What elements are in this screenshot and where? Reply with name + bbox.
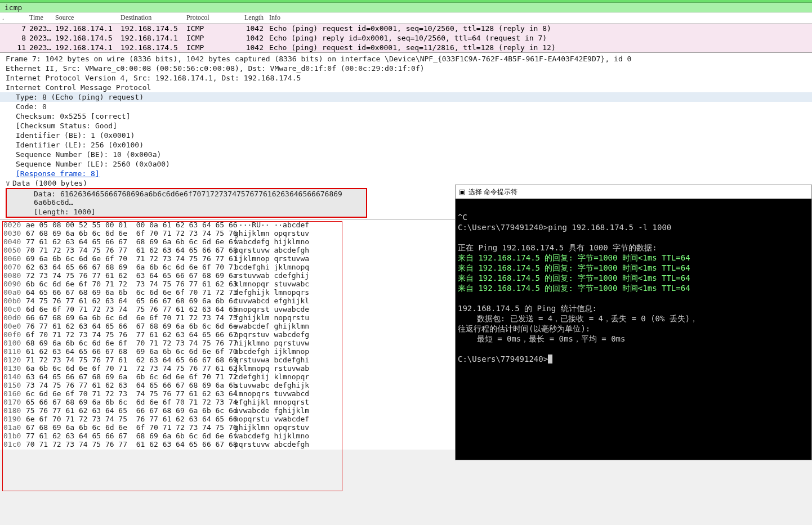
- cell-info: Echo (ping) request id=0x0001, seq=10/25…: [267, 24, 812, 33]
- display-filter-input[interactable]: [5, 3, 117, 12]
- hex-ascii: vwabcdef ghijklmn: [234, 322, 330, 330]
- hex-ascii: hijklmno pqrstuvw: [234, 339, 330, 347]
- hex-bytes: 61 62 63 64 65 66 67 68 69 6a 6b 6c 6d 6…: [26, 347, 234, 356]
- hex-bytes: 6b 6c 6d 6e 6f 70 71 72 73 74 75 76 77 6…: [26, 280, 234, 288]
- hex-offset: 0150: [3, 381, 26, 389]
- hex-ascii: efghijkl mnopqrst: [234, 398, 330, 406]
- hex-offset: 01c0: [3, 440, 26, 448]
- cmd-output[interactable]: ^C C:\Users\779491240>ping 192.168.174.5…: [456, 199, 811, 378]
- hex-offset: 00e0: [3, 322, 26, 330]
- cell-time: 2023…: [29, 43, 55, 52]
- hex-ascii: rstuvwab cdefghij: [234, 271, 330, 280]
- hex-ascii: pqrstuvw abcdefgh: [234, 246, 330, 254]
- display-filter-bar[interactable]: [0, 2, 812, 12]
- hex-offset: 0100: [3, 339, 26, 347]
- hex-offset: 00d0: [3, 313, 26, 322]
- hex-offset: 0090: [3, 280, 26, 288]
- detail-seq-le[interactable]: Sequence Number (LE): 2560 (0x0a00): [0, 159, 812, 169]
- detail-checksum[interactable]: Checksum: 0x5255 [correct]: [0, 111, 812, 121]
- detail-type[interactable]: Type: 8 (Echo (ping) request): [0, 92, 812, 102]
- hex-offset: 0140: [3, 373, 26, 381]
- detail-id-be[interactable]: Identifier (BE): 1 (0x0001): [0, 131, 812, 140]
- hex-bytes: 68 69 6a 6b 6c 6d 6e 6f 70 71 72 73 74 7…: [26, 339, 234, 347]
- detail-response-frame-link[interactable]: [Response frame: 8]: [16, 169, 100, 178]
- hex-offset: 00b0: [3, 297, 26, 305]
- packet-list-pane: . Time Source Destination Protocol Lengt…: [0, 12, 812, 52]
- hex-bytes: 6d 6e 6f 70 71 72 73 74 75 76 77 61 62 6…: [26, 305, 234, 313]
- hex-ascii: ghijklmn opqrstuv: [234, 423, 330, 432]
- cell-src: 192.168.174.1: [55, 43, 121, 52]
- hex-offset: 0070: [3, 263, 26, 271]
- detail-seq-be[interactable]: Sequence Number (BE): 10 (0x000a): [0, 150, 812, 159]
- hex-offset: 0130: [3, 364, 26, 373]
- hex-offset: 0060: [3, 254, 26, 263]
- hex-bytes: 62 63 64 65 66 67 68 69 6a 6b 6c 6d 6e 6…: [26, 263, 234, 271]
- hex-bytes: 67 68 69 6a 6b 6c 6d 6e 6f 70 71 72 73 7…: [26, 423, 234, 432]
- cmd-title-bar[interactable]: ▣ 选择 命令提示符: [456, 185, 811, 199]
- hex-bytes: 72 73 74 75 76 77 61 62 63 64 65 66 67 6…: [26, 271, 234, 280]
- col-header-no[interactable]: .: [0, 14, 29, 22]
- hex-bytes: 67 68 69 6a 6b 6c 6d 6e 6f 70 71 72 73 7…: [26, 229, 234, 237]
- hex-bytes: 6f 70 71 72 73 74 75 76 77 61 62 63 64 6…: [26, 330, 234, 339]
- cell-proto: ICMP: [186, 34, 240, 42]
- hex-bytes: 77 61 62 63 64 65 66 67 68 69 6a 6b 6c 6…: [26, 432, 234, 440]
- cell-src: 192.168.174.5: [55, 34, 121, 42]
- chevron-down-icon[interactable]: ∨: [6, 179, 12, 187]
- detail-id-le[interactable]: Identifier (LE): 256 (0x0100): [0, 140, 812, 150]
- col-header-length[interactable]: Length: [240, 14, 267, 22]
- cell-len: 1042: [240, 24, 267, 33]
- hex-ascii: pqrstuvw abcdefgh: [234, 440, 330, 448]
- hex-ascii: ghijklmn opqrstuv: [234, 229, 330, 237]
- detail-data-length[interactable]: [Length: 1000]: [7, 207, 366, 217]
- hex-offset: 01a0: [3, 423, 26, 432]
- hex-ascii: defghijk lmnopqrs: [234, 288, 330, 297]
- cell-no: 7: [0, 24, 29, 33]
- hex-ascii: uvwabcde fghijklm: [234, 406, 330, 415]
- col-header-source[interactable]: Source: [55, 14, 121, 22]
- detail-frame[interactable]: Frame 7: 1042 bytes on wire (8336 bits),…: [0, 54, 812, 64]
- cell-no: 11: [0, 43, 29, 52]
- cell-src: 192.168.174.1: [55, 24, 121, 33]
- terminal-icon: ▣: [459, 188, 465, 196]
- packet-row[interactable]: 11 2023… 192.168.174.1 192.168.174.5 ICM…: [0, 43, 812, 52]
- hex-bytes: 6e 6f 70 71 72 73 74 75 76 77 61 62 63 6…: [26, 415, 234, 423]
- hex-ascii: tuvwabcd efghijkl: [234, 297, 330, 305]
- cell-proto: ICMP: [186, 24, 240, 33]
- detail-icmp[interactable]: Internet Control Message Protocol: [0, 83, 812, 92]
- hex-bytes: 74 75 76 77 61 62 63 64 65 66 67 68 69 6…: [26, 297, 234, 305]
- col-header-time[interactable]: Time: [29, 14, 55, 22]
- cell-info: Echo (ping) request id=0x0001, seq=11/28…: [267, 43, 812, 52]
- hex-bytes: 71 72 73 74 75 76 77 61 62 63 64 65 66 6…: [26, 356, 234, 364]
- col-header-info[interactable]: Info: [267, 14, 812, 22]
- hex-ascii: ····RU·· ··abcdef: [234, 221, 330, 229]
- hex-offset: 00a0: [3, 288, 26, 297]
- hex-offset: 0030: [3, 229, 26, 237]
- hex-offset: 0160: [3, 389, 26, 398]
- col-header-protocol[interactable]: Protocol: [186, 14, 240, 22]
- hex-ascii: wabcdefg hijklmno: [234, 432, 330, 440]
- hex-ascii: fghijklm nopqrstu: [234, 313, 330, 322]
- packet-list-header: . Time Source Destination Protocol Lengt…: [0, 12, 812, 24]
- cell-no: 8: [0, 34, 29, 42]
- hex-offset: 01b0: [3, 432, 26, 440]
- hex-ascii: opqrstuv wabcdefg: [234, 330, 330, 339]
- detail-eth[interactable]: Ethernet II, Src: VMware_c0:00:08 (00:50…: [0, 64, 812, 73]
- hex-offset: 0050: [3, 246, 26, 254]
- hex-bytes: 64 65 66 67 68 69 6a 6b 6c 6d 6e 6f 70 7…: [26, 288, 234, 297]
- hex-ascii: bcdefghi jklmnopq: [234, 263, 330, 271]
- cell-dst: 192.168.174.5: [121, 24, 186, 33]
- packet-row[interactable]: 7 2023… 192.168.174.1 192.168.174.5 ICMP…: [0, 24, 812, 33]
- packet-row[interactable]: 8 2023… 192.168.174.5 192.168.174.1 ICMP…: [0, 33, 812, 43]
- detail-checksum-status[interactable]: [Checksum Status: Good]: [0, 121, 812, 131]
- col-header-destination[interactable]: Destination: [121, 14, 186, 22]
- cursor-icon: [548, 355, 552, 364]
- detail-code[interactable]: Code: 0: [0, 102, 812, 111]
- detail-data-value[interactable]: Data: 6162636465666768696a6b6c6d6e6f7071…: [7, 189, 366, 207]
- detail-ip[interactable]: Internet Protocol Version 4, Src: 192.16…: [0, 73, 812, 83]
- hex-bytes: 73 74 75 76 77 61 62 63 64 65 66 67 68 6…: [26, 381, 234, 389]
- command-prompt-window[interactable]: ▣ 选择 命令提示符 ^C C:\Users\779491240>ping 19…: [455, 185, 812, 460]
- hex-ascii: klmnopqr stuvwabc: [234, 280, 330, 288]
- hex-bytes: 6c 6d 6e 6f 70 71 72 73 74 75 76 77 61 6…: [26, 389, 234, 398]
- hex-bytes: 70 71 72 73 74 75 76 77 61 62 63 64 65 6…: [26, 440, 234, 448]
- hex-offset: 0120: [3, 356, 26, 364]
